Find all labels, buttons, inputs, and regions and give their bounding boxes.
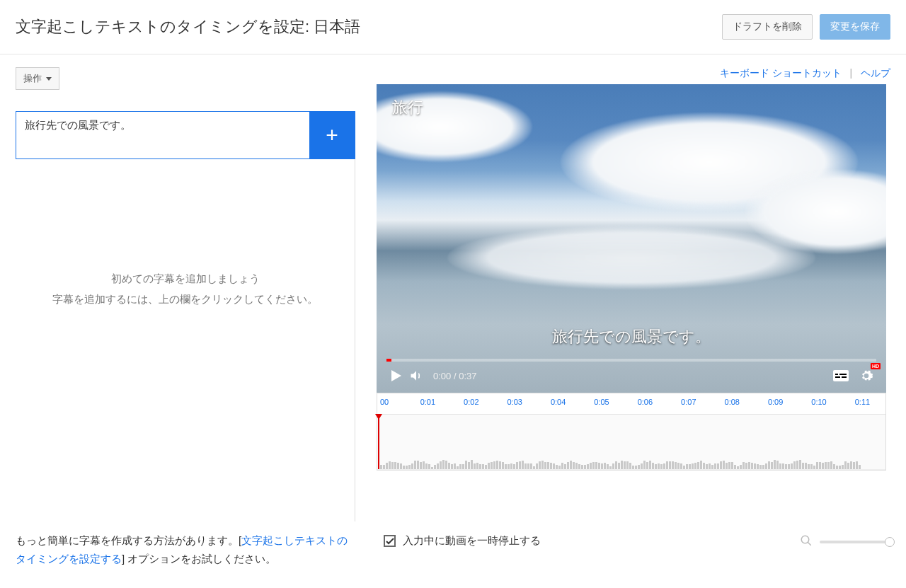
wave-bar [516,462,518,470]
pause-while-typing-checkbox[interactable] [384,535,396,547]
wave-bar [737,466,739,469]
wave-bar [813,466,815,469]
captions-list-empty: 初めての字幕を追加しましょう 字幕を追加するには、上の欄をクリックしてください。 [16,159,355,521]
svg-point-5 [801,536,809,543]
zoom-slider-thumb[interactable] [885,537,895,547]
wave-bar [575,463,578,469]
timeline-playhead[interactable] [378,415,379,469]
wave-bar [697,462,699,469]
video-player[interactable]: 旅行 旅行先での風景です。 0:00 / 0:37 [377,84,886,393]
settings-button[interactable]: HD [856,366,876,386]
wave-bar [847,463,849,469]
check-icon [386,537,394,546]
wave-bar [465,461,467,469]
wave-bar [513,464,515,469]
time-current: 0:00 [433,371,451,381]
zoom-icon[interactable] [800,534,813,549]
wave-bar [428,464,430,469]
wave-bar [474,463,476,469]
time-separator: / [451,371,459,381]
volume-button[interactable] [406,366,426,386]
play-icon [391,370,401,381]
wave-bar [457,466,459,469]
video-progress-bar[interactable] [386,359,876,362]
wave-bar [757,464,759,469]
wave-bar [827,462,830,469]
wave-bar [663,463,665,469]
subtitles-button[interactable] [831,366,851,386]
wave-bar [445,461,447,469]
wave-bar [519,461,521,469]
wave-bar [717,463,719,469]
timeline[interactable]: 000:010:020:030:040:050:060:070:080:090:… [377,393,886,471]
wave-bar [833,464,835,469]
keyboard-shortcuts-link[interactable]: キーボード ショートカット [720,67,842,79]
wave-bar [408,465,411,469]
wave-bar [785,464,787,469]
svg-rect-1 [835,376,840,378]
delete-draft-button[interactable]: ドラフトを削除 [722,14,813,40]
time-total: 0:37 [459,371,476,381]
wave-bar [561,463,563,469]
header-actions: ドラフトを削除 変更を保存 [722,14,890,40]
subtitles-icon [833,370,849,381]
wave-bar [553,463,555,469]
body-area: 操作 + 初めての字幕を追加しましょう 字幕を追加するには、上の欄をクリックして… [0,54,906,521]
video-controls: 0:00 / 0:37 HD [377,364,886,387]
wave-bar [686,464,688,469]
wave-bar [414,461,416,469]
play-button[interactable] [386,366,406,386]
wave-bar [564,464,566,469]
wave-bar [618,463,620,469]
wave-bar [742,462,745,469]
help-link[interactable]: ヘルプ [861,67,890,79]
wave-bar [669,461,671,469]
timeline-waveform[interactable] [377,415,885,470]
wave-bar [462,464,464,469]
pause-while-typing-row[interactable]: 入力中に動画を一時停止する [384,531,772,548]
plus-icon: + [326,123,338,147]
left-column: 操作 + 初めての字幕を追加しましょう 字幕を追加するには、上の欄をクリックして… [16,67,355,521]
top-links: キーボード ショートカット | ヘルプ [377,67,890,80]
wave-bar [482,464,484,469]
timeline-tick: 0:05 [594,398,609,406]
wave-bar [740,465,742,469]
wave-bar [454,463,456,469]
wave-bar [754,463,756,469]
wave-bar [590,463,592,469]
timeline-tick: 0:01 [420,398,435,406]
timeline-tick: 0:06 [638,398,653,406]
zoom-slider[interactable] [820,541,890,543]
wave-bar [771,462,773,469]
wave-bar [437,463,439,469]
add-caption-button[interactable]: + [309,112,355,158]
wave-bar [816,462,818,469]
wave-bar [689,464,691,469]
page-title: 文字起こしテキストのタイミングを設定: 日本語 [16,16,360,38]
wave-bar [621,461,623,469]
wave-bar [660,464,663,469]
timeline-tick: 0:08 [725,398,740,406]
timeline-ruler[interactable]: 000:010:020:030:040:050:060:070:080:090:… [377,393,885,415]
wave-bar [615,461,617,469]
wave-bar [425,463,428,469]
wave-bar [836,466,838,469]
wave-bar [788,464,790,469]
save-changes-button[interactable]: 変更を保存 [820,14,890,40]
wave-bar [592,462,595,469]
wave-bar [607,464,609,469]
wave-bar [573,462,575,469]
wave-bar [411,463,413,469]
wave-bar [810,464,813,469]
wave-bar [493,461,495,469]
wave-bar [431,467,433,469]
wave-bar [850,461,852,469]
wave-bar [544,462,546,469]
wave-bar [459,464,461,469]
actions-dropdown[interactable]: 操作 [16,67,59,90]
caption-text-input[interactable] [16,112,309,158]
wave-bar [728,462,730,469]
hint-suffix: ] オプションをお試しください。 [122,553,276,565]
wave-bar [547,462,549,469]
wave-bar [731,462,733,469]
